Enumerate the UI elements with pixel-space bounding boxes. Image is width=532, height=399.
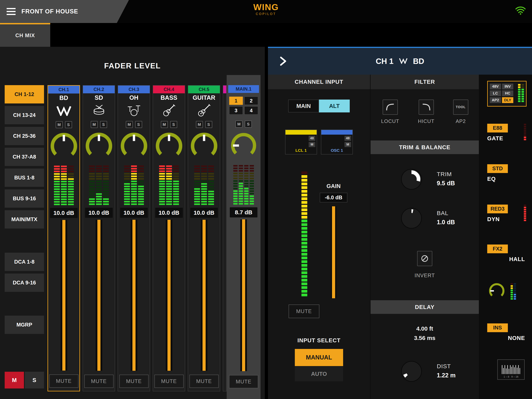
fader-track[interactable] [96,220,102,371]
mute-button[interactable]: MUTE [190,375,219,388]
fader-track[interactable] [240,219,247,371]
monitor-knob[interactable] [488,283,505,300]
main-bank-button-1[interactable]: 1 [229,97,243,105]
pan-knob[interactable] [155,130,184,161]
chain-block-monitor[interactable] [487,283,526,300]
balance-knob[interactable] [401,207,422,229]
mute-solo-row: MS [91,120,107,129]
fader-position[interactable] [203,220,206,371]
top-bar: FRONT OF HOUSE WING COPILOT [0,0,532,23]
main-strip[interactable]: MAIN.11234MS8.7 dBMUTE [228,85,259,391]
sidebar-item-bus-1-8[interactable]: BUS 1-8 [5,168,44,187]
config-badge-ap2[interactable]: AP2 [490,97,501,103]
sidebar-item-main-mtx[interactable]: MAIN/MTX [5,210,44,229]
sidebar-item-ch-37-a8[interactable]: CH 37-A8 [5,148,44,166]
invert-button[interactable] [417,251,432,266]
channel-strip[interactable]: CH.4BASSMS10.0 dBMUTE [153,85,185,391]
fader-position[interactable] [133,220,136,371]
chain-block-sends[interactable]: 1 – 8 9 – 16 [487,360,526,380]
chain-block-std[interactable]: STDEQ [487,164,526,182]
chain-block-e88[interactable]: E88GATE [487,124,526,142]
pan-knob[interactable] [190,130,218,161]
mute-button[interactable]: MUTE [154,375,184,388]
fader-position[interactable] [97,220,101,371]
strip-solo-flag[interactable]: S [135,121,142,128]
input-main-button[interactable]: MAIN [288,100,319,112]
config-badge-lc[interactable]: LC [490,90,501,96]
chain-block-red3[interactable]: RED3DYN [487,205,526,223]
strip-mute-flag[interactable]: M [56,121,63,128]
input-source-lcl-1[interactable]: 48MLCL 1 [285,129,317,154]
config-badge-48v[interactable]: 48V [490,84,501,90]
mute-button[interactable]: MUTE [229,375,258,388]
channel-strip[interactable]: CH.2SDMS10.0 dBMUTE [82,85,115,391]
pan-knob[interactable] [230,130,257,161]
strip-mute-flag[interactable]: M [196,121,203,128]
sidebar-item-bus-9-16[interactable]: BUS 9-16 [5,189,44,208]
mute-master-button[interactable]: M [5,372,24,388]
sidebar-item-ch-1-12[interactable]: CH 1-12 [5,85,44,103]
strip-solo-flag[interactable]: S [245,121,252,128]
sidebar-item-dca-9-16[interactable]: DCA 9-16 [5,274,44,292]
led-segment [201,173,207,174]
pan-knob[interactable] [84,130,113,161]
channel-config-block[interactable]: 48VINVLCHCAP2DLY [487,81,526,107]
main-bank-button-4[interactable]: 4 [244,106,258,115]
delay-distance-knob[interactable] [401,361,422,382]
chain-block-fx2[interactable]: FX2HALL [487,245,526,262]
filter-hicut[interactable]: HICUT [418,100,434,124]
chain-block-ins[interactable]: INSNONE [487,323,526,341]
sidebar-item-ch-13-24[interactable]: CH 13-24 [5,106,44,124]
filter-locut[interactable]: LOCUT [381,100,399,124]
trim-knob[interactable] [401,168,422,190]
mute-button[interactable]: MUTE [119,375,149,388]
gain-fader-position[interactable] [332,206,335,298]
strip-solo-flag[interactable]: S [100,121,107,128]
config-badge-hc[interactable]: HC [502,90,513,96]
gain-fader[interactable] [331,206,336,298]
main-bank-button-3[interactable]: 3 [229,106,243,115]
tab-ch-mix[interactable]: CH MIX [0,23,50,47]
sidebar-item-dca-1-8[interactable]: DCA 1-8 [5,253,44,271]
console-selector[interactable]: FRONT OF HOUSE [0,0,129,23]
sidebar-item-ch-25-36[interactable]: CH 25-36 [5,127,44,145]
sends-overview[interactable]: 1 – 8 9 – 16 [497,360,525,380]
led-segment [159,188,165,190]
strip-mute-flag[interactable]: M [235,121,242,128]
pan-knob[interactable] [50,130,78,162]
led-segment [159,180,165,182]
sidebar-item-mgrp[interactable]: MGRP [5,316,44,334]
input-mute-button[interactable]: MUTE [289,304,319,318]
input-select-auto-button[interactable]: AUTO [295,367,343,381]
channel-strip[interactable]: CH.1BDMS10.0 dBMUTE [48,85,80,391]
strip-solo-flag[interactable]: S [170,121,177,128]
pan-knob[interactable] [120,130,148,161]
fader-track[interactable] [166,220,172,371]
input-source-osc-1[interactable]: 48MOSC 1 [321,129,353,154]
mute-button[interactable]: MUTE [84,375,114,388]
strip-solo-flag[interactable]: S [65,121,72,128]
config-badge-inv[interactable]: INV [502,84,513,90]
fader-track[interactable] [201,220,207,371]
filter-ap2[interactable]: TOOLAP2 [453,100,468,124]
fader-position[interactable] [242,219,245,371]
strip-mute-flag[interactable]: M [161,121,168,128]
strip-mute-flag[interactable]: M [126,121,133,128]
input-select-manual-button[interactable]: MANUAL [295,349,343,366]
input-alt-button[interactable]: ALT [319,100,350,112]
config-badge-dly[interactable]: DLY [502,97,513,103]
channel-strip[interactable]: CH.3OHMS10.0 dBMUTE [118,85,150,391]
solo-master-button[interactable]: S [25,372,44,388]
strip-mute-flag[interactable]: M [91,121,98,128]
mute-button[interactable]: MUTE [49,374,78,388]
fader-position[interactable] [167,220,171,371]
fader-position[interactable] [62,220,65,371]
channel-level-meter [54,166,74,206]
channel-strip[interactable]: CH.5GUITARMS10.0 dBMUTE [188,85,220,391]
menu-icon[interactable] [7,8,16,15]
main-bank-button-2[interactable]: 2 [244,97,258,105]
fader-track[interactable] [61,220,67,371]
led-meter-column [511,283,513,300]
strip-solo-flag[interactable]: S [205,121,212,128]
fader-track[interactable] [131,220,137,371]
